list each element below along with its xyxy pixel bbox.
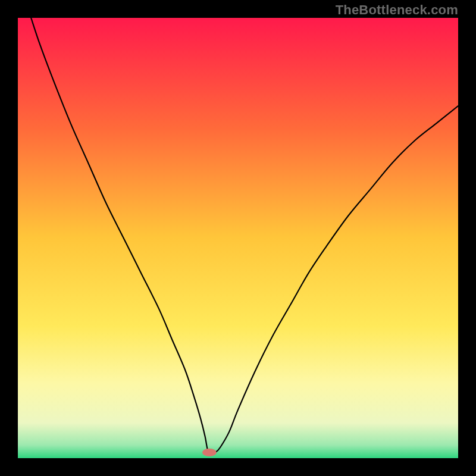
gradient-background — [18, 18, 458, 458]
plot-area — [18, 18, 458, 458]
chart-svg — [18, 18, 458, 458]
optimal-point-marker — [202, 449, 217, 456]
chart-root: TheBottleneck.com — [0, 0, 476, 476]
watermark-text: TheBottleneck.com — [336, 2, 458, 18]
